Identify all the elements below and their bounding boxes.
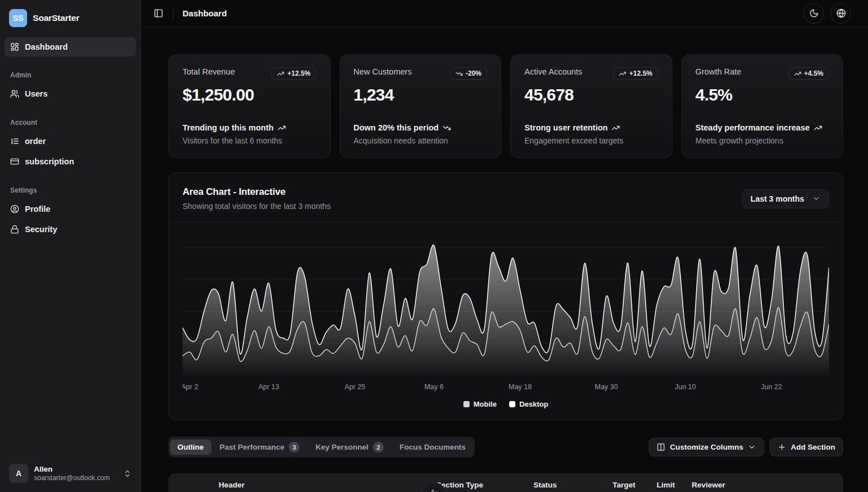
user-email: soarstarter@outlook.com	[34, 474, 118, 482]
add-section-button[interactable]: Add Section	[770, 438, 843, 456]
svg-text:Jun 10: Jun 10	[675, 383, 696, 391]
sidebar-group-settings: Settings Profile Security	[5, 186, 136, 240]
brand[interactable]: SS SoarStarter	[5, 5, 136, 32]
tab-key-personnel[interactable]: Key Personnel 2	[308, 438, 391, 456]
column-status: Status	[533, 481, 613, 489]
sidebar-item-label: Dashboard	[25, 42, 68, 51]
moon-icon	[809, 8, 819, 18]
globe-icon	[836, 8, 846, 18]
divider	[173, 8, 173, 19]
column-target: Target	[613, 481, 657, 489]
tab-focus-documents[interactable]: Focus Documents	[392, 439, 473, 455]
stat-title: New Customers	[354, 67, 412, 76]
columns-icon	[657, 443, 665, 451]
sidebar-item-users[interactable]: Users	[5, 84, 136, 104]
sidebar-item-label: Security	[25, 225, 57, 234]
time-range-select[interactable]: Last 3 months	[742, 189, 829, 208]
column-section-type: Section Type	[436, 481, 533, 489]
stat-value: 45,678	[524, 85, 658, 105]
lock-icon	[10, 225, 19, 234]
language-button[interactable]	[831, 3, 851, 24]
stat-card-active-accounts: Active Accounts +12.5% 45,678 Strong use…	[510, 54, 672, 158]
chevron-down-icon	[812, 194, 821, 203]
list-ordered-icon	[10, 137, 19, 146]
topbar: Dashboard	[141, 0, 868, 27]
stat-card-new-customers: New Customers -20% 1,234 Down 20% this p…	[340, 54, 502, 158]
stat-title: Active Accounts	[524, 67, 582, 76]
brand-logo: SS	[9, 9, 27, 27]
theme-toggle-button[interactable]	[804, 3, 824, 24]
trending-up-icon	[611, 124, 620, 132]
area-chart: Apr 2Apr 13Apr 25May 6May 18May 30Jun 10…	[183, 230, 829, 395]
trend-badge: -20%	[450, 67, 487, 80]
brand-name: SoarStarter	[33, 13, 79, 23]
trending-down-icon	[455, 70, 463, 77]
stat-card-growth-rate: Growth Rate +4.5% 4.5% Steady performanc…	[682, 54, 844, 158]
chart-subtitle: Showing total visitors for the last 3 mo…	[183, 202, 331, 211]
trending-down-icon	[442, 124, 451, 132]
stat-title: Total Revenue	[183, 67, 235, 76]
stat-value: 4.5%	[696, 85, 830, 105]
tab-count-badge: 3	[289, 442, 300, 452]
trend-badge: +4.5%	[788, 67, 829, 80]
sidebar-item-dashboard[interactable]: Dashboard	[5, 37, 136, 56]
legend-item-desktop: Desktop	[509, 400, 548, 408]
svg-text:Apr 25: Apr 25	[345, 383, 366, 391]
sidebar-item-label: order	[25, 137, 46, 146]
sections-table: Header Section Type Status Target Limit …	[168, 473, 843, 492]
chart-legend: Mobile Desktop	[183, 400, 829, 411]
sidebar-item-subscription[interactable]: subscription	[5, 151, 136, 172]
stat-title: Growth Rate	[696, 67, 741, 76]
trend-badge: +12.5%	[271, 67, 316, 80]
column-limit: Limit	[657, 481, 692, 489]
svg-text:Jun 22: Jun 22	[761, 383, 783, 391]
svg-text:Apr 13: Apr 13	[258, 383, 279, 391]
main-area: Dashboard Total Revenue +12.5% $1,2	[141, 0, 868, 492]
trending-up-icon	[794, 70, 801, 77]
customize-columns-button[interactable]: Customize Columns	[649, 438, 764, 456]
stat-value: $1,250.00	[183, 85, 316, 105]
group-label: Admin	[5, 71, 136, 79]
circle-user-icon	[10, 204, 19, 214]
stat-value: 1,234	[354, 85, 488, 105]
user-menu[interactable]: A Allen soarstarter@outlook.com	[5, 459, 136, 487]
sidebar-spacer	[5, 240, 136, 459]
group-label: Settings	[5, 186, 136, 194]
sidebar-item-security[interactable]: Security	[5, 219, 136, 240]
mountains-icon	[428, 487, 440, 492]
chevron-down-icon	[748, 443, 756, 451]
trending-up-icon	[277, 124, 286, 132]
content: Total Revenue +12.5% $1,250.00 Trending …	[141, 27, 868, 492]
credit-card-icon	[10, 157, 19, 166]
svg-text:May 30: May 30	[595, 383, 618, 391]
page-title: Dashboard	[183, 8, 227, 18]
sidebar-item-order[interactable]: order	[5, 131, 136, 151]
trending-up-icon	[619, 70, 626, 77]
stat-cards: Total Revenue +12.5% $1,250.00 Trending …	[168, 54, 843, 158]
table-toolbar: Outline Past Performance 3 Key Personnel…	[168, 437, 843, 458]
sidebar-item-profile[interactable]: Profile	[5, 199, 136, 219]
sidebar-item-label: Users	[25, 89, 47, 98]
legend-item-mobile: Mobile	[463, 400, 497, 408]
sidebar-toggle-button[interactable]	[149, 5, 167, 23]
tab-past-performance[interactable]: Past Performance 3	[212, 438, 307, 456]
tab-count-badge: 2	[373, 442, 384, 452]
avatar: A	[9, 464, 28, 483]
column-header: Header	[219, 481, 436, 489]
user-name: Allen	[34, 465, 118, 473]
stat-card-total-revenue: Total Revenue +12.5% $1,250.00 Trending …	[168, 54, 331, 158]
trending-up-icon	[277, 70, 284, 77]
sidebar: SS SoarStarter Dashboard Admin Users Acc…	[0, 0, 141, 492]
trend-badge: +12.5%	[613, 67, 658, 80]
table-header-row: Header Section Type Status Target Limit …	[169, 474, 843, 492]
layout-dashboard-icon	[10, 42, 19, 51]
tabs-list: Outline Past Performance 3 Key Personnel…	[168, 437, 475, 458]
trending-up-icon	[814, 124, 822, 132]
tab-outline[interactable]: Outline	[170, 439, 211, 455]
plus-icon	[778, 443, 786, 451]
sidebar-group-account: Account order subscription	[5, 119, 136, 172]
users-icon	[10, 89, 19, 98]
area-chart-card: Area Chart - Interactive Showing total v…	[168, 172, 843, 420]
legend-swatch-desktop	[509, 401, 515, 407]
chevrons-up-down-icon	[123, 469, 132, 478]
